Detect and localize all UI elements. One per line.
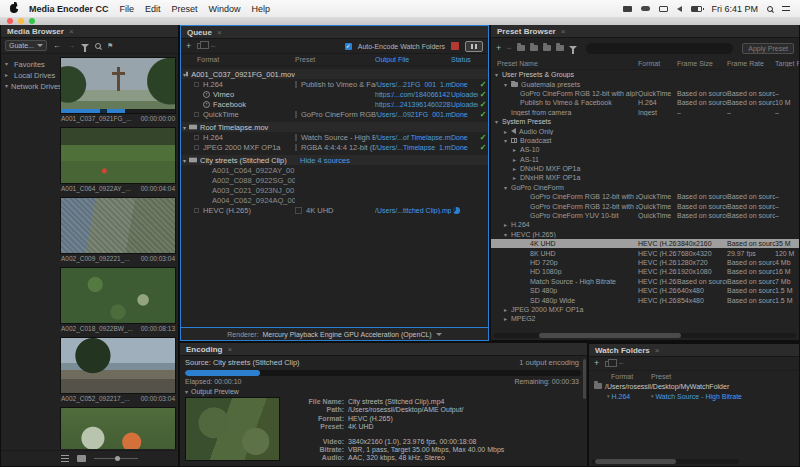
new-preset-button[interactable]: +: [496, 44, 501, 53]
delete-preset-button[interactable]: −: [506, 44, 511, 53]
watch-folder-row[interactable]: /Users/rosessil/Desktop/MyWatchFolder: [589, 381, 799, 391]
output-file-link[interactable]: /Users/...0921FG_001.mov: [375, 111, 451, 118]
close-window-button[interactable]: [7, 18, 13, 24]
format-value[interactable]: QuickTime: [203, 110, 239, 119]
app-menu-title[interactable]: Media Encoder CC: [29, 4, 109, 14]
preset-row[interactable]: ▾ User Presets & Groups: [491, 70, 799, 79]
disclosure-icon[interactable]: ▸: [5, 70, 11, 81]
watch-folders-header[interactable]: Watch Folders ×: [589, 344, 799, 357]
clip-item[interactable]: A001_C037_0921FG_... 00:00:00:00: [60, 57, 176, 123]
import-preset-icon[interactable]: [543, 45, 551, 51]
menu-item[interactable]: Edit: [145, 4, 161, 14]
apply-preset-button[interactable]: Apply Preset: [742, 43, 794, 54]
disclosure-icon[interactable]: ▸: [504, 315, 511, 322]
remove-button[interactable]: −: [618, 359, 623, 368]
horizontal-scrollbar[interactable]: [494, 333, 796, 338]
disclosure-icon[interactable]: ▾: [5, 81, 8, 92]
tree-item[interactable]: ▾ Favorites: [5, 59, 58, 70]
preset-row[interactable]: SD 480p HEVC (H.265) 640x480 Based on so…: [491, 286, 799, 295]
preset-row[interactable]: ▾ System Presets: [491, 117, 799, 126]
column-preset[interactable]: Preset: [295, 56, 375, 63]
preset-settings-icon[interactable]: [530, 45, 538, 51]
format-value[interactable]: HEVC (H.265): [203, 206, 251, 215]
clip-item[interactable]: A002_C009_092221_... 00:00:03:04: [60, 197, 176, 263]
encoding-header[interactable]: Encoding ×: [180, 343, 587, 356]
preset-row[interactable]: ▾ GoPro CineForm: [491, 183, 799, 192]
close-panel-icon[interactable]: ×: [227, 345, 232, 354]
preset-row[interactable]: Publish to Vimeo & Facebook H.264 Based …: [491, 98, 799, 107]
queue-row[interactable]: A004_C062_0924AQ_001: [181, 195, 488, 205]
column-status[interactable]: Status: [451, 56, 478, 63]
menu-bar-clock[interactable]: Fri 6:41 PM: [711, 4, 758, 14]
preset-search-input[interactable]: [586, 43, 734, 54]
queue-row[interactable]: H.264 Publish to Vimeo & Face... /Users/…: [181, 79, 488, 89]
ingest-flag-icon[interactable]: ⚑: [107, 42, 113, 49]
queue-row[interactable]: ▾ City streets (Stitched Clip) Hide 4 so…: [181, 155, 488, 165]
tree-item[interactable]: ▾ Network Drives: [5, 81, 58, 92]
format-value[interactable]: JPEG 2000 MXF OP1a: [203, 143, 281, 152]
chevron-down-icon[interactable]: ▾: [607, 393, 610, 399]
search-icon[interactable]: [95, 43, 101, 49]
battery-status-icon[interactable]: [691, 6, 702, 12]
clip-thumbnail[interactable]: [60, 197, 176, 254]
export-preset-icon[interactable]: [556, 45, 564, 51]
column-preset[interactable]: Preset: [651, 373, 671, 380]
preset-row[interactable]: ▸ DNxHR MXF OP1a: [491, 173, 799, 182]
clip-item[interactable]: [60, 407, 176, 449]
clip-item[interactable]: A001_C064_0922AY_... 00:00:04:04: [60, 127, 176, 193]
filter-icon[interactable]: [81, 44, 89, 48]
preset-row[interactable]: ▸ AS-11: [491, 155, 799, 164]
output-checkbox[interactable]: [194, 135, 199, 140]
menu-item[interactable]: Window: [209, 4, 241, 14]
preset-browser-header[interactable]: Preset Browser ×: [491, 25, 799, 38]
queue-row[interactable]: QuickTime GoPro CineForm RGB 12... /User…: [181, 109, 488, 119]
preset-row[interactable]: ▸ JPEG 2000 MXF OP1a: [491, 305, 799, 314]
clip-thumbnail[interactable]: [60, 127, 176, 184]
disclosure-icon[interactable]: ▾: [181, 124, 189, 131]
spotlight-search-icon[interactable]: [767, 6, 773, 12]
column-target-rate[interactable]: Target R: [775, 60, 799, 67]
display-status-icon[interactable]: [659, 6, 668, 12]
queue-row[interactable]: ▾ Roof Timelapse.mov: [181, 122, 488, 132]
column-format[interactable]: Format: [181, 56, 295, 63]
preset-value[interactable]: RGBA 4:4:4:4 12-bit (DC...: [301, 143, 375, 152]
clip-thumbnail[interactable]: [60, 267, 176, 324]
disclosure-icon[interactable]: ▸: [504, 128, 511, 135]
column-frame-rate[interactable]: Frame Rate: [727, 60, 775, 67]
output-file-link[interactable]: /Users/...21FG_001_1.mp4: [375, 81, 451, 88]
preset-row[interactable]: GoPro CineForm YUV 10-bit QuickTime Base…: [491, 211, 799, 220]
close-panel-icon[interactable]: ×: [655, 346, 660, 355]
output-preview-label[interactable]: Output Preview: [191, 388, 239, 395]
preset-value[interactable]: GoPro CineForm RGB 12...: [301, 110, 375, 119]
queue-header[interactable]: Queue ×: [181, 26, 488, 39]
close-panel-icon[interactable]: ×: [561, 27, 566, 36]
close-panel-icon[interactable]: ×: [217, 28, 222, 37]
disclosure-icon[interactable]: ▸: [513, 156, 520, 163]
preset-row[interactable]: ▸ MPEG2: [491, 314, 799, 323]
queue-row[interactable]: A001_C064_0922AY_001: [181, 165, 488, 175]
column-preset-name[interactable]: Preset Name: [491, 60, 638, 67]
scrollbar-thumb[interactable]: [595, 459, 676, 464]
clip-thumbnail[interactable]: [60, 57, 176, 114]
disclosure-icon[interactable]: ▾: [5, 59, 11, 70]
preset-row[interactable]: GoPro CineForm RGB 12-bit with alpha (hi…: [491, 89, 799, 98]
disclosure-icon[interactable]: ▾: [181, 157, 189, 164]
clip-item[interactable]: A002_C018_0922BW_... 00:00:08:13: [60, 267, 176, 333]
column-format[interactable]: Format: [638, 60, 677, 67]
menu-item[interactable]: Help: [252, 4, 271, 14]
preset-row[interactable]: GoPro CineForm RGB 12-bit with alpha Qui…: [491, 192, 799, 201]
close-panel-icon[interactable]: ×: [69, 27, 74, 36]
queue-row[interactable]: A003_C021_0923NJ_001: [181, 185, 488, 195]
preset-value[interactable]: Publish to Vimeo & Face...: [301, 80, 375, 89]
disclosure-icon[interactable]: ▾: [504, 81, 511, 88]
preset-value[interactable]: 4K UHD: [306, 206, 334, 215]
disclosure-icon[interactable]: ▾: [504, 137, 511, 144]
disclosure-icon[interactable]: ▾: [504, 184, 511, 191]
queue-row[interactable]: Vimeo https:/...com/184066142 Uploaded ✓: [181, 89, 488, 99]
duplicate-button[interactable]: [605, 361, 612, 367]
add-watch-folder-button[interactable]: +: [594, 359, 599, 368]
menu-item[interactable]: Preset: [172, 4, 198, 14]
queue-row[interactable]: JPEG 2000 MXF OP1a RGBA 4:4:4:4 12-bit (…: [181, 142, 488, 152]
watch-format-value[interactable]: H.264: [612, 393, 631, 400]
remove-button[interactable]: −: [210, 42, 215, 51]
